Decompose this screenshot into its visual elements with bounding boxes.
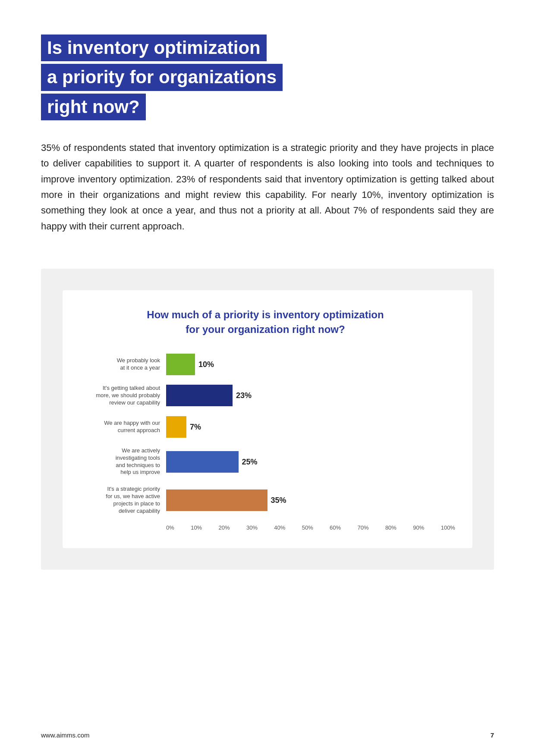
x-axis-label: 10% bbox=[191, 524, 202, 531]
bar-label: We probably look at it once a year bbox=[76, 357, 166, 372]
bar-row: It's getting talked about more, we shoul… bbox=[76, 385, 455, 407]
x-axis-label: 30% bbox=[246, 524, 258, 531]
chart-container: How much of a priority is inventory opti… bbox=[63, 290, 472, 548]
title-line-1: Is inventory optimization bbox=[41, 35, 267, 61]
chart-title: How much of a priority is inventory opti… bbox=[76, 307, 455, 336]
x-axis: 0%10%20%30%40%50%60%70%80%90%100% bbox=[76, 524, 455, 531]
bars-wrapper: We probably look at it once a year10%It'… bbox=[76, 354, 455, 515]
bar-row: We are happy with our current approach7% bbox=[76, 416, 455, 438]
bar-row: We probably look at it once a year10% bbox=[76, 354, 455, 375]
x-axis-label: 90% bbox=[413, 524, 424, 531]
x-axis-label: 50% bbox=[302, 524, 313, 531]
x-axis-label: 0% bbox=[166, 524, 174, 531]
x-axis-label: 70% bbox=[358, 524, 369, 531]
bar-fill bbox=[166, 354, 195, 375]
bar-label: We are actively investigating tools and … bbox=[76, 447, 166, 477]
bar-pct-label: 7% bbox=[190, 422, 201, 431]
header-section: Is inventory optimization a priority for… bbox=[41, 35, 494, 123]
bar-fill bbox=[166, 385, 233, 406]
x-axis-label: 60% bbox=[330, 524, 341, 531]
bar-row: We are actively investigating tools and … bbox=[76, 447, 455, 477]
bar-pct-label: 25% bbox=[242, 457, 258, 466]
bar-label: It's a strategic priority for us, we hav… bbox=[76, 486, 166, 515]
bar-fill bbox=[166, 451, 239, 473]
bar-pct-label: 10% bbox=[198, 360, 214, 369]
bar-fill bbox=[166, 489, 268, 511]
bar-fill bbox=[166, 416, 186, 438]
footer: www.aimms.com 7 bbox=[0, 731, 535, 739]
body-text: 35% of respondents stated that inventory… bbox=[41, 140, 494, 234]
title-line-3: right now? bbox=[41, 94, 146, 120]
bar-row: It's a strategic priority for us, we hav… bbox=[76, 486, 455, 515]
title-line-2: a priority for organizations bbox=[41, 64, 283, 91]
footer-page: 7 bbox=[491, 731, 494, 739]
x-axis-label: 20% bbox=[219, 524, 230, 531]
bar-label: We are happy with our current approach bbox=[76, 420, 166, 434]
x-axis-labels: 0%10%20%30%40%50%60%70%80%90%100% bbox=[166, 524, 455, 531]
page: Is inventory optimization a priority for… bbox=[0, 0, 535, 756]
bar-pct-label: 23% bbox=[236, 391, 252, 400]
x-axis-label: 80% bbox=[385, 524, 397, 531]
x-axis-label: 40% bbox=[274, 524, 285, 531]
x-axis-label: 100% bbox=[441, 524, 455, 531]
footer-url: www.aimms.com bbox=[41, 731, 90, 739]
bar-pct-label: 35% bbox=[271, 496, 286, 505]
bar-label: It's getting talked about more, we shoul… bbox=[76, 385, 166, 407]
chart-section: How much of a priority is inventory opti… bbox=[41, 269, 494, 570]
